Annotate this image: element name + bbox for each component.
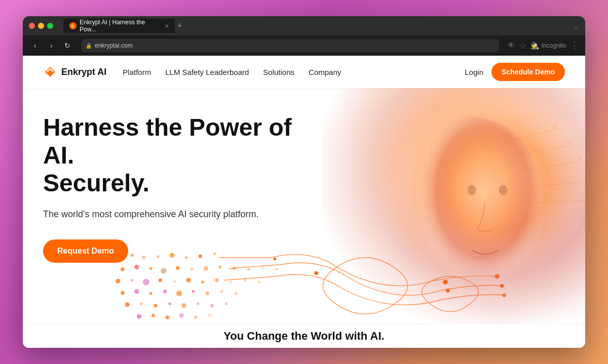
close-button[interactable] <box>29 23 35 29</box>
more-options-icon[interactable]: ⋮ <box>570 40 579 51</box>
tab-bar: E Enkrypt AI | Harness the Pow... ✕ + <box>63 19 569 33</box>
hero-title-line2: Securely. <box>43 170 149 196</box>
incognito-icon: 🕵 <box>530 42 539 50</box>
login-button[interactable]: Login <box>465 68 483 76</box>
svg-point-22 <box>143 279 149 286</box>
svg-point-10 <box>149 267 153 270</box>
svg-point-16 <box>233 266 236 270</box>
svg-point-14 <box>204 266 208 271</box>
svg-point-77 <box>468 185 476 195</box>
svg-point-36 <box>192 290 195 293</box>
eye-off-icon: 👁 <box>507 41 515 50</box>
site-header: Enkrypt AI Platform LLM Safety Leaderboa… <box>23 56 585 88</box>
chevron-down-icon[interactable]: ⌄ <box>573 22 579 30</box>
logo[interactable]: Enkrypt AI <box>43 65 106 79</box>
logo-icon <box>43 65 57 79</box>
svg-point-19 <box>275 268 278 271</box>
svg-point-50 <box>166 315 169 319</box>
logo-text: Enkrypt AI <box>61 67 106 77</box>
nav-actions: 👁 ☆ 🕵 Incognito ⋮ <box>507 40 579 51</box>
svg-point-46 <box>210 304 214 307</box>
svg-point-42 <box>154 304 157 307</box>
svg-point-45 <box>197 302 200 305</box>
bottom-tagline-text: You Change the World with AI. <box>223 330 384 343</box>
svg-point-53 <box>208 313 211 317</box>
nav-link-llm-safety[interactable]: LLM Safety Leaderboard <box>165 68 249 76</box>
address-bar[interactable]: 🔒 enkryptai.com <box>82 39 499 52</box>
browser-titlebar: E Enkrypt AI | Harness the Pow... ✕ + ⌄ <box>23 16 585 35</box>
svg-point-11 <box>161 268 166 273</box>
svg-point-39 <box>234 292 238 295</box>
forward-button[interactable]: › <box>45 39 57 52</box>
svg-point-26 <box>201 280 204 284</box>
svg-point-49 <box>151 314 155 317</box>
svg-point-34 <box>163 290 167 293</box>
bottom-tagline-bar: You Change the World with AI. <box>23 323 585 348</box>
hero-content: Harness the Power of AI. Securely. The w… <box>43 113 307 263</box>
svg-point-21 <box>131 279 134 282</box>
svg-point-38 <box>220 290 223 293</box>
svg-point-35 <box>176 291 182 296</box>
minimize-button[interactable] <box>38 23 44 29</box>
svg-point-78 <box>499 185 508 195</box>
traffic-lights <box>29 23 53 29</box>
hero-subtitle: The world's most comprehensive AI securi… <box>43 208 307 221</box>
hero-section: Harness the Power of AI. Securely. The w… <box>23 88 585 323</box>
maximize-button[interactable] <box>47 23 53 29</box>
nav-link-company[interactable]: Company <box>309 68 341 76</box>
hero-face-image <box>322 88 585 323</box>
url-text: enkryptai.com <box>95 42 133 49</box>
svg-point-27 <box>215 278 218 282</box>
website-content: Enkrypt AI Platform LLM Safety Leaderboa… <box>23 56 585 348</box>
svg-point-25 <box>186 278 191 282</box>
new-tab-button[interactable]: + <box>177 21 182 30</box>
svg-point-30 <box>258 280 261 284</box>
active-tab[interactable]: E Enkrypt AI | Harness the Pow... ✕ <box>63 19 175 33</box>
nav-link-solutions[interactable]: Solutions <box>263 68 294 76</box>
hero-title-line1: Harness the Power of AI. <box>43 114 292 169</box>
svg-point-9 <box>134 265 139 269</box>
svg-point-13 <box>191 268 194 271</box>
lock-icon: 🔒 <box>86 43 92 49</box>
browser-nav: ‹ › ↻ 🔒 enkryptai.com 👁 ☆ 🕵 Incognito ⋮ <box>23 35 585 56</box>
svg-point-18 <box>261 266 264 270</box>
svg-point-28 <box>230 280 233 284</box>
svg-point-29 <box>243 278 247 282</box>
tab-title: Enkrypt AI | Harness the Pow... <box>80 19 160 33</box>
nav-link-platform[interactable]: Platform <box>123 68 151 76</box>
svg-point-40 <box>125 302 130 307</box>
incognito-label: Incognito <box>541 42 566 49</box>
tab-favicon-icon: E <box>69 22 77 29</box>
svg-point-23 <box>159 278 162 282</box>
reload-button[interactable]: ↻ <box>61 39 73 52</box>
svg-point-33 <box>149 292 153 295</box>
svg-point-12 <box>176 266 179 270</box>
svg-point-31 <box>121 291 124 295</box>
nav-right: Login Schedule Demo <box>465 63 565 81</box>
schedule-demo-button[interactable]: Schedule Demo <box>491 63 565 81</box>
svg-point-48 <box>137 314 141 318</box>
back-button[interactable]: ‹ <box>29 39 41 52</box>
svg-point-17 <box>247 268 250 271</box>
svg-point-15 <box>219 266 222 269</box>
browser-window: E Enkrypt AI | Harness the Pow... ✕ + ⌄ … <box>23 16 585 348</box>
svg-point-47 <box>225 302 228 305</box>
request-demo-button[interactable]: Request Demo <box>43 239 128 263</box>
svg-point-37 <box>206 292 209 295</box>
svg-point-20 <box>116 279 120 284</box>
svg-point-52 <box>194 316 197 319</box>
incognito-badge: 🕵 Incognito <box>530 42 566 50</box>
svg-point-59 <box>314 271 318 275</box>
hero-title: Harness the Power of AI. Securely. <box>43 113 307 197</box>
main-nav: Platform LLM Safety Leaderboard Solution… <box>123 68 448 76</box>
tab-close-icon[interactable]: ✕ <box>165 23 169 29</box>
svg-point-24 <box>173 280 176 283</box>
svg-point-32 <box>134 289 139 294</box>
bookmark-icon[interactable]: ☆ <box>519 41 526 51</box>
svg-point-51 <box>179 313 184 318</box>
svg-point-41 <box>140 302 143 305</box>
svg-point-8 <box>121 267 124 271</box>
svg-point-43 <box>168 302 171 305</box>
svg-point-44 <box>181 303 186 308</box>
